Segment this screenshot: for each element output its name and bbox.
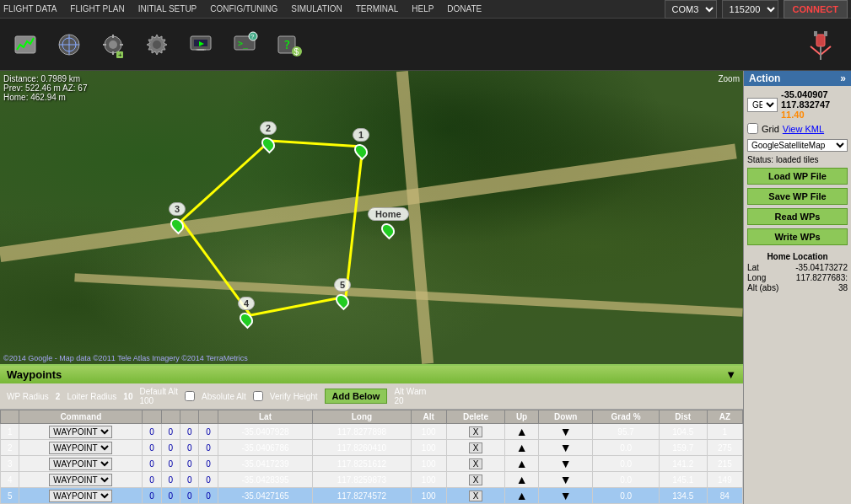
row-lat[interactable]: -35.0417239 bbox=[218, 456, 312, 472]
row-cmd[interactable]: WAYPOINT bbox=[19, 488, 143, 504]
simulation-icon[interactable] bbox=[182, 26, 219, 63]
row-v1[interactable]: 0 bbox=[143, 424, 161, 440]
row-lon[interactable]: 117.8260410 bbox=[313, 440, 411, 456]
load-wp-button[interactable]: Load WP File bbox=[747, 168, 848, 185]
nav-terminal[interactable]: TERMINAL bbox=[356, 4, 399, 13]
initial-setup-icon[interactable]: + bbox=[94, 26, 132, 63]
nav-help[interactable]: HELP bbox=[412, 4, 434, 13]
view-kml-link[interactable]: View KML bbox=[783, 124, 824, 134]
up-arrow-icon[interactable]: ▲ bbox=[516, 425, 528, 438]
row-lat[interactable]: -35.0407928 bbox=[218, 424, 312, 440]
row-v2[interactable]: 0 bbox=[161, 440, 180, 456]
loiter-radius-val[interactable]: 10 bbox=[123, 392, 132, 401]
row-v3[interactable]: 0 bbox=[180, 424, 199, 440]
cmd-select[interactable]: WAYPOINT bbox=[49, 442, 112, 454]
add-below-button[interactable]: Add Below bbox=[325, 389, 388, 404]
row-lat[interactable]: -35.0427165 bbox=[218, 488, 312, 504]
down-arrow-icon[interactable]: ▼ bbox=[560, 441, 572, 454]
table-row[interactable]: 4 WAYPOINT 0 0 0 0 -35.0428395 117.82598… bbox=[1, 472, 743, 488]
absolute-alt-checkbox[interactable] bbox=[185, 391, 195, 401]
row-down[interactable]: ▼ bbox=[538, 424, 592, 440]
verify-height-checkbox[interactable] bbox=[253, 391, 263, 401]
row-alt[interactable]: 100 bbox=[411, 456, 446, 472]
delete-button[interactable]: X bbox=[469, 475, 483, 485]
row-cmd[interactable]: WAYPOINT bbox=[19, 440, 143, 456]
row-v3[interactable]: 0 bbox=[180, 472, 199, 488]
row-v3[interactable]: 0 bbox=[180, 456, 199, 472]
row-alt[interactable]: 100 bbox=[411, 488, 446, 504]
row-v2[interactable]: 0 bbox=[161, 456, 180, 472]
row-v4[interactable]: 0 bbox=[199, 472, 218, 488]
row-up[interactable]: ▲ bbox=[505, 440, 539, 456]
baud-select[interactable]: 115200 bbox=[722, 0, 778, 19]
row-lat[interactable]: -35.0428395 bbox=[218, 472, 312, 488]
up-arrow-icon[interactable]: ▲ bbox=[516, 457, 528, 470]
wp-collapse-icon[interactable]: ▼ bbox=[725, 368, 736, 381]
down-arrow-icon[interactable]: ▼ bbox=[560, 489, 572, 502]
coord-type-select[interactable]: GEO bbox=[747, 98, 778, 112]
row-up[interactable]: ▲ bbox=[505, 456, 539, 472]
nav-donate[interactable]: DONATE bbox=[447, 4, 482, 13]
row-lon[interactable]: 117.8274572 bbox=[313, 488, 411, 504]
nav-flight-data[interactable]: FLIGHT DATA bbox=[3, 4, 57, 13]
row-v3[interactable]: 0 bbox=[180, 488, 199, 504]
cmd-select[interactable]: WAYPOINT bbox=[49, 490, 112, 502]
row-up[interactable]: ▲ bbox=[505, 472, 539, 488]
terminal-icon[interactable]: >_ ? bbox=[226, 26, 263, 63]
row-lat[interactable]: -35.0406786 bbox=[218, 440, 312, 456]
read-wps-button[interactable]: Read WPs bbox=[747, 208, 848, 225]
table-row[interactable]: 3 WAYPOINT 0 0 0 0 -35.0417239 117.82516… bbox=[1, 456, 743, 472]
row-v4[interactable]: 0 bbox=[199, 440, 218, 456]
map-type-select[interactable]: GoogleSatelliteMap bbox=[747, 139, 848, 152]
row-v2[interactable]: 0 bbox=[161, 472, 180, 488]
nav-config-tuning[interactable]: CONFIG/TUNING bbox=[210, 4, 277, 13]
up-arrow-icon[interactable]: ▲ bbox=[516, 473, 528, 486]
row-v4[interactable]: 0 bbox=[199, 488, 218, 504]
row-cmd[interactable]: WAYPOINT bbox=[19, 424, 143, 440]
config-tuning-icon[interactable] bbox=[138, 26, 175, 63]
down-arrow-icon[interactable]: ▼ bbox=[560, 425, 572, 438]
nav-initial-setup[interactable]: INITIAL SETUP bbox=[138, 4, 197, 13]
delete-button[interactable]: X bbox=[469, 458, 483, 469]
row-delete[interactable]: X bbox=[446, 424, 504, 440]
row-delete[interactable]: X bbox=[446, 456, 504, 472]
row-alt[interactable]: 100 bbox=[411, 472, 446, 488]
wp-radius-val[interactable]: 2 bbox=[56, 392, 61, 401]
row-up[interactable]: ▲ bbox=[505, 488, 539, 504]
cmd-select[interactable]: WAYPOINT bbox=[49, 458, 112, 470]
down-arrow-icon[interactable]: ▼ bbox=[560, 473, 572, 486]
connect-button[interactable]: CONNECT bbox=[784, 0, 848, 19]
row-down[interactable]: ▼ bbox=[538, 456, 592, 472]
row-lon[interactable]: 117.8251612 bbox=[313, 456, 411, 472]
row-down[interactable]: ▼ bbox=[538, 472, 592, 488]
nav-simulation[interactable]: SIMULATION bbox=[291, 4, 342, 13]
cmd-select[interactable]: WAYPOINT bbox=[49, 426, 112, 438]
row-down[interactable]: ▼ bbox=[538, 488, 592, 504]
cmd-select[interactable]: WAYPOINT bbox=[49, 474, 112, 486]
write-wps-button[interactable]: Write WPs bbox=[747, 228, 848, 245]
table-row[interactable]: 2 WAYPOINT 0 0 0 0 -35.0406786 117.82604… bbox=[1, 440, 743, 456]
table-row[interactable]: 1 WAYPOINT 0 0 0 0 -35.0407928 117.82778… bbox=[1, 424, 743, 440]
row-lon[interactable]: 117.8277898 bbox=[313, 424, 411, 440]
port-select[interactable]: COM3 bbox=[665, 0, 717, 19]
row-v1[interactable]: 0 bbox=[143, 488, 161, 504]
save-wp-button[interactable]: Save WP File bbox=[747, 188, 848, 205]
delete-button[interactable]: X bbox=[469, 426, 483, 437]
down-arrow-icon[interactable]: ▼ bbox=[560, 457, 572, 470]
grid-checkbox[interactable] bbox=[747, 123, 758, 134]
row-down[interactable]: ▼ bbox=[538, 440, 592, 456]
row-alt[interactable]: 100 bbox=[411, 440, 446, 456]
row-delete[interactable]: X bbox=[446, 488, 504, 504]
row-v1[interactable]: 0 bbox=[143, 472, 161, 488]
nav-flight-plan[interactable]: FLIGHT PLAN bbox=[70, 4, 124, 13]
row-v4[interactable]: 0 bbox=[199, 424, 218, 440]
table-row[interactable]: 5 WAYPOINT 0 0 0 0 -35.0427165 117.82745… bbox=[1, 488, 743, 504]
row-v4[interactable]: 0 bbox=[199, 456, 218, 472]
flight-data-icon[interactable] bbox=[7, 26, 44, 63]
row-v1[interactable]: 0 bbox=[143, 456, 161, 472]
row-alt[interactable]: 100 bbox=[411, 424, 446, 440]
row-up[interactable]: ▲ bbox=[505, 424, 539, 440]
up-arrow-icon[interactable]: ▲ bbox=[516, 441, 528, 454]
row-v2[interactable]: 0 bbox=[161, 424, 180, 440]
row-delete[interactable]: X bbox=[446, 440, 504, 456]
